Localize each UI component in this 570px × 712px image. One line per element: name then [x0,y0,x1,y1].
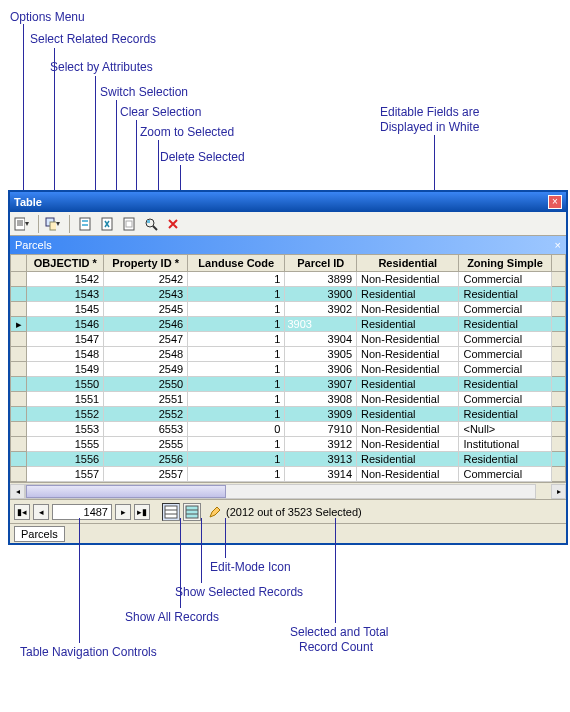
cell[interactable]: 1549 [27,362,104,377]
cell[interactable]: 1556 [27,452,104,467]
cell[interactable]: 2557 [104,467,188,482]
cell[interactable]: 3914 [285,467,357,482]
row-selector[interactable] [11,467,27,482]
table-row[interactable]: 1555255513912Non-ResidentialInstitutiona… [11,437,566,452]
cell[interactable]: 1 [188,287,285,302]
next-record-button[interactable]: ▸ [115,504,131,520]
cell[interactable]: 2556 [104,452,188,467]
cell[interactable]: 2552 [104,407,188,422]
cell[interactable]: Residential [459,407,551,422]
row-selector[interactable] [11,302,27,317]
cell[interactable]: 2548 [104,347,188,362]
cell[interactable]: Residential [459,287,551,302]
cell[interactable]: Commercial [459,467,551,482]
delete-selected-button[interactable] [163,214,183,234]
row-selector[interactable] [11,272,27,287]
close-icon[interactable]: × [548,195,562,209]
horizontal-scrollbar[interactable]: ◂ ▸ [10,482,566,499]
cell[interactable]: Commercial [459,332,551,347]
cell[interactable]: Commercial [459,302,551,317]
cell[interactable]: 1 [188,347,285,362]
cell[interactable]: Non-Residential [357,302,459,317]
cell[interactable]: 1552 [27,407,104,422]
table-row[interactable]: 1549254913906Non-ResidentialCommercial [11,362,566,377]
record-number-input[interactable] [52,504,112,520]
table-row[interactable]: 1551255113908Non-ResidentialCommercial [11,392,566,407]
table-row[interactable]: 1542254213899Non-ResidentialCommercial [11,272,566,287]
cell[interactable]: 2549 [104,362,188,377]
cell[interactable]: 1546 [27,317,104,332]
zoom-to-selected-button[interactable] [141,214,161,234]
table-row[interactable]: 1557255713914Non-ResidentialCommercial [11,467,566,482]
cell[interactable]: 3902 [285,302,357,317]
layer-close-icon[interactable]: × [555,239,561,251]
cell[interactable]: Institutional [459,437,551,452]
row-selector[interactable] [11,377,27,392]
cell[interactable]: Residential [459,317,551,332]
table-row[interactable]: 1556255613913ResidentialResidential [11,452,566,467]
cell[interactable]: 1 [188,452,285,467]
cell[interactable]: 1547 [27,332,104,347]
cell[interactable]: 3899 [285,272,357,287]
table-row[interactable]: 1548254813905Non-ResidentialCommercial [11,347,566,362]
cell[interactable]: 3903 [285,317,357,332]
cell[interactable]: 3909 [285,407,357,422]
cell[interactable]: Commercial [459,347,551,362]
row-selector[interactable] [11,362,27,377]
cell[interactable]: 2550 [104,377,188,392]
scrollbar-track[interactable] [25,484,536,499]
row-selector[interactable] [11,407,27,422]
row-selector[interactable]: ▸ [11,317,27,332]
table-row[interactable]: 1543254313900ResidentialResidential [11,287,566,302]
cell[interactable]: Non-Residential [357,392,459,407]
cell[interactable]: 0 [188,422,285,437]
column-header[interactable]: Zoning Simple [459,255,551,272]
select-related-records-button[interactable]: ▾ [44,214,64,234]
first-record-button[interactable]: ▮◂ [14,504,30,520]
cell[interactable]: 2542 [104,272,188,287]
select-by-attributes-button[interactable] [75,214,95,234]
cell[interactable]: 1 [188,407,285,422]
cell[interactable]: 2546 [104,317,188,332]
cell[interactable]: Non-Residential [357,347,459,362]
cell[interactable]: Non-Residential [357,467,459,482]
cell[interactable]: 1 [188,362,285,377]
cell[interactable]: Non-Residential [357,422,459,437]
column-header[interactable]: Property ID * [104,255,188,272]
table-row[interactable]: 1552255213909ResidentialResidential [11,407,566,422]
cell[interactable]: <Null> [459,422,551,437]
cell[interactable]: 1 [188,302,285,317]
cell[interactable]: 1 [188,467,285,482]
table-row[interactable]: ▸1546254613903ResidentialResidential [11,317,566,332]
row-selector[interactable] [11,392,27,407]
table-row[interactable]: 1553655307910Non-Residential<Null> [11,422,566,437]
cell[interactable]: 3905 [285,347,357,362]
cell[interactable]: 1550 [27,377,104,392]
row-selector-header[interactable] [11,255,27,272]
cell[interactable]: 2547 [104,332,188,347]
cell[interactable]: 3904 [285,332,357,347]
show-selected-records-button[interactable] [183,503,201,521]
row-selector[interactable] [11,452,27,467]
table-row[interactable]: 1545254513902Non-ResidentialCommercial [11,302,566,317]
cell[interactable]: 1 [188,392,285,407]
cell[interactable]: 3907 [285,377,357,392]
cell[interactable]: 1555 [27,437,104,452]
cell[interactable]: 1 [188,377,285,392]
cell[interactable]: Non-Residential [357,362,459,377]
cell[interactable]: Residential [357,287,459,302]
row-selector[interactable] [11,287,27,302]
cell[interactable]: 2545 [104,302,188,317]
cell[interactable]: 1 [188,437,285,452]
cell[interactable]: 3908 [285,392,357,407]
cell[interactable]: Commercial [459,272,551,287]
cell[interactable]: 3900 [285,287,357,302]
cell[interactable]: Residential [357,452,459,467]
clear-selection-button[interactable] [119,214,139,234]
options-menu-button[interactable]: ▾ [13,214,33,234]
cell[interactable]: 2543 [104,287,188,302]
cell[interactable]: 1 [188,272,285,287]
cell[interactable]: 1542 [27,272,104,287]
cell[interactable]: Non-Residential [357,437,459,452]
column-header[interactable]: OBJECTID * [27,255,104,272]
